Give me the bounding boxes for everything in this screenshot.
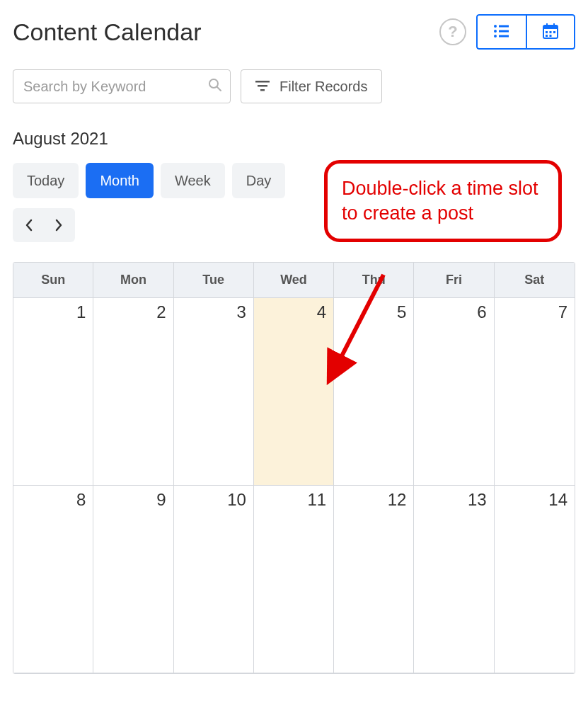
day-number: 4 bbox=[317, 302, 326, 322]
day-number: 11 bbox=[307, 490, 326, 510]
help-button[interactable]: ? bbox=[439, 18, 466, 45]
filter-label: Filter Records bbox=[279, 79, 367, 95]
chevron-left-icon bbox=[24, 218, 34, 232]
weekday-mon: Mon bbox=[93, 263, 173, 297]
svg-rect-12 bbox=[553, 31, 555, 33]
day-number: 6 bbox=[477, 302, 486, 322]
weekday-tue: Tue bbox=[174, 263, 254, 297]
search-icon bbox=[208, 78, 222, 95]
svg-point-0 bbox=[494, 25, 497, 28]
svg-rect-7 bbox=[543, 25, 558, 29]
view-toggle bbox=[476, 14, 575, 50]
svg-point-15 bbox=[209, 79, 218, 88]
filter-row: Filter Records bbox=[13, 69, 575, 103]
search-wrap bbox=[13, 69, 231, 103]
prev-button[interactable] bbox=[20, 208, 38, 242]
day-cell[interactable]: 14 bbox=[495, 486, 575, 673]
nav-box bbox=[13, 208, 75, 242]
calendar-icon bbox=[543, 23, 558, 41]
help-icon: ? bbox=[448, 23, 457, 41]
day-cell[interactable]: 1 bbox=[13, 298, 93, 486]
filter-icon bbox=[255, 79, 270, 95]
weekday-fri: Fri bbox=[414, 263, 494, 297]
svg-rect-3 bbox=[499, 30, 509, 32]
weekday-sun: Sun bbox=[13, 263, 93, 297]
day-cell[interactable]: 2 bbox=[93, 298, 173, 486]
day-number: 2 bbox=[156, 302, 166, 322]
svg-point-4 bbox=[494, 35, 497, 38]
svg-rect-17 bbox=[255, 81, 270, 83]
day-number: 10 bbox=[227, 490, 246, 510]
day-cell[interactable]: 10 bbox=[174, 486, 254, 673]
weekday-sat: Sat bbox=[495, 263, 575, 297]
svg-rect-19 bbox=[260, 89, 265, 91]
day-cell[interactable]: 11 bbox=[254, 486, 334, 673]
day-cell[interactable]: 9 bbox=[93, 486, 173, 673]
day-number: 1 bbox=[76, 302, 86, 322]
day-number: 13 bbox=[468, 490, 487, 510]
day-number: 5 bbox=[397, 302, 406, 322]
month-button[interactable]: Month bbox=[86, 163, 154, 198]
search-input[interactable] bbox=[13, 69, 231, 103]
calendar-header: Sun Mon Tue Wed Thu Fri Sat bbox=[13, 263, 575, 298]
svg-rect-11 bbox=[550, 31, 552, 33]
day-number: 7 bbox=[558, 302, 567, 322]
day-number: 8 bbox=[76, 490, 86, 510]
svg-rect-1 bbox=[499, 25, 509, 27]
svg-point-2 bbox=[494, 30, 497, 33]
day-cell-highlight[interactable]: 4 bbox=[254, 298, 334, 486]
day-cell[interactable]: 12 bbox=[334, 486, 414, 673]
svg-rect-13 bbox=[546, 35, 548, 37]
weekday-wed: Wed bbox=[254, 263, 334, 297]
svg-rect-10 bbox=[546, 31, 548, 33]
svg-line-16 bbox=[217, 87, 221, 91]
annotation-callout: Double-click a time slot to create a pos… bbox=[324, 160, 562, 242]
day-number: 14 bbox=[548, 490, 567, 510]
svg-rect-18 bbox=[258, 85, 267, 87]
period-label: August 2021 bbox=[13, 129, 575, 149]
day-button[interactable]: Day bbox=[232, 163, 286, 198]
day-cell[interactable]: 5 bbox=[334, 298, 414, 486]
day-cell[interactable]: 3 bbox=[174, 298, 254, 486]
calendar-grid: Sun Mon Tue Wed Thu Fri Sat 1 2 3 4 5 6 … bbox=[13, 262, 575, 674]
calendar-body: 1 2 3 4 5 6 7 8 9 10 11 12 13 14 bbox=[13, 298, 575, 673]
svg-rect-5 bbox=[499, 35, 509, 37]
day-cell[interactable]: 7 bbox=[495, 298, 575, 486]
calendar-view-button[interactable] bbox=[526, 14, 575, 50]
day-cell[interactable]: 8 bbox=[13, 486, 93, 673]
header-actions: ? bbox=[439, 14, 575, 50]
weekday-thu: Thu bbox=[334, 263, 414, 297]
day-number: 12 bbox=[388, 490, 407, 510]
chevron-right-icon bbox=[54, 218, 64, 232]
svg-rect-9 bbox=[553, 23, 555, 27]
day-number: 3 bbox=[236, 302, 246, 322]
svg-rect-14 bbox=[550, 35, 552, 37]
day-cell[interactable]: 6 bbox=[414, 298, 494, 486]
page-title: Content Calendar bbox=[13, 18, 202, 46]
svg-rect-8 bbox=[546, 23, 548, 27]
week-button[interactable]: Week bbox=[161, 163, 225, 198]
day-cell[interactable]: 13 bbox=[414, 486, 494, 673]
filter-records-button[interactable]: Filter Records bbox=[241, 69, 382, 103]
today-button[interactable]: Today bbox=[13, 163, 79, 198]
day-number: 9 bbox=[156, 490, 166, 510]
list-icon bbox=[493, 24, 510, 40]
next-button[interactable] bbox=[50, 208, 68, 242]
list-view-button[interactable] bbox=[476, 14, 526, 50]
annotation-text: Double-click a time slot to create a pos… bbox=[342, 178, 538, 224]
header-row: Content Calendar ? bbox=[13, 14, 575, 50]
